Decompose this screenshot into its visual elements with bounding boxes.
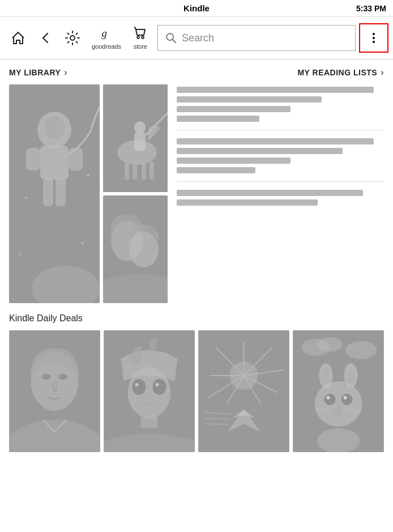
rl-line-1 — [177, 87, 374, 93]
search-placeholder: Search — [182, 32, 214, 44]
rl-line-7 — [177, 158, 291, 164]
rl-line-8 — [177, 167, 255, 173]
svg-point-5 — [137, 36, 139, 39]
svg-point-39 — [42, 374, 51, 380]
library-header[interactable]: MY LIBRARY › — [9, 67, 67, 78]
svg-rect-13 — [40, 146, 69, 180]
rl-line-3 — [177, 106, 291, 112]
rl-line-10 — [177, 199, 318, 206]
svg-point-75 — [344, 396, 347, 399]
svg-point-18 — [44, 116, 65, 139]
back-button[interactable] — [32, 27, 59, 49]
svg-point-31 — [134, 121, 146, 134]
svg-line-78 — [316, 411, 332, 412]
deal-thumb-3[interactable] — [198, 330, 289, 452]
svg-rect-28 — [142, 163, 146, 180]
search-bar[interactable]: Search — [157, 25, 356, 51]
deal-thumb-1[interactable] — [9, 330, 100, 452]
svg-rect-29 — [149, 161, 154, 180]
rl-line-4 — [177, 116, 259, 122]
svg-text:g: g — [101, 27, 107, 39]
library-books-grid — [9, 84, 168, 303]
book-cover-1[interactable] — [9, 84, 100, 303]
svg-rect-17 — [55, 178, 66, 206]
library-section — [9, 84, 168, 303]
svg-rect-14 — [26, 148, 40, 171]
svg-point-6 — [142, 36, 144, 39]
svg-point-46 — [156, 383, 159, 386]
svg-rect-27 — [133, 164, 137, 180]
svg-point-59 — [230, 361, 258, 390]
home-button[interactable] — [5, 27, 32, 49]
svg-point-45 — [135, 383, 139, 386]
svg-rect-48 — [141, 416, 158, 428]
section-headers: MY LIBRARY › MY READING LISTS › — [9, 67, 384, 78]
goodreads-button[interactable]: g goodreads — [86, 23, 127, 53]
more-button[interactable] — [359, 23, 388, 53]
book-cover-3[interactable] — [103, 195, 168, 303]
svg-point-70 — [348, 369, 354, 385]
svg-point-71 — [315, 381, 362, 427]
library-chevron: › — [64, 67, 67, 78]
svg-point-20 — [87, 174, 89, 176]
svg-point-47 — [148, 394, 151, 398]
book-cover-2[interactable] — [103, 84, 168, 192]
svg-point-19 — [25, 197, 27, 199]
settings-icon — [65, 30, 80, 46]
rl-divider-2 — [177, 181, 384, 182]
status-time: 5:33 PM — [356, 4, 386, 13]
reading-list-lines — [177, 84, 384, 206]
store-label: store — [134, 43, 147, 50]
daily-deals-label: Kindle Daily Deals — [9, 313, 384, 324]
goodreads-label: goodreads — [92, 43, 121, 50]
svg-point-22 — [82, 242, 84, 244]
svg-rect-26 — [125, 163, 129, 180]
svg-line-80 — [345, 411, 361, 412]
settings-button[interactable] — [59, 27, 86, 49]
svg-rect-15 — [69, 148, 83, 171]
search-icon — [165, 32, 177, 44]
svg-point-40 — [59, 374, 68, 380]
rl-line-6 — [177, 148, 343, 154]
svg-point-44 — [153, 379, 166, 395]
svg-point-42 — [128, 367, 171, 418]
svg-point-65 — [318, 337, 343, 352]
rl-divider-1 — [177, 130, 384, 130]
svg-point-10 — [373, 41, 375, 43]
reading-lists-header[interactable]: MY READING LISTS › — [297, 67, 384, 78]
back-icon — [37, 30, 53, 46]
svg-point-21 — [19, 253, 22, 256]
svg-point-43 — [133, 379, 146, 395]
svg-point-36 — [129, 231, 159, 267]
nav-bar: g goodreads store Search — [0, 17, 393, 59]
svg-line-62 — [204, 424, 230, 424]
svg-rect-16 — [43, 178, 53, 206]
main-content: MY LIBRARY › MY READING LISTS › — [0, 59, 393, 532]
reading-lists-header-text: MY READING LISTS — [297, 68, 377, 77]
deal-thumb-4[interactable] — [293, 330, 384, 452]
svg-rect-30 — [134, 133, 146, 151]
rl-line-5 — [177, 138, 374, 144]
store-icon — [133, 26, 148, 42]
reading-lists-chevron: › — [381, 67, 384, 78]
svg-point-66 — [345, 341, 377, 359]
home-icon — [10, 30, 26, 46]
deal-thumb-2[interactable] — [104, 330, 195, 452]
svg-point-74 — [327, 396, 330, 399]
main-books-row — [9, 84, 384, 303]
rl-line-9 — [177, 190, 363, 196]
reading-lists-section — [177, 84, 384, 303]
more-icon — [367, 31, 381, 45]
svg-point-73 — [341, 394, 353, 405]
library-header-text: MY LIBRARY — [9, 68, 61, 77]
goodreads-icon: g — [99, 26, 114, 42]
daily-deals-row — [9, 330, 384, 452]
svg-point-72 — [324, 394, 336, 405]
status-bar-right: 5:33 PM — [347, 3, 386, 14]
app-title: Kindle — [183, 3, 210, 13]
store-button[interactable]: store — [127, 23, 154, 53]
svg-point-76 — [335, 407, 342, 412]
rl-line-2 — [177, 96, 322, 103]
status-bar: Kindle 5:33 PM — [0, 0, 393, 17]
svg-point-8 — [373, 33, 375, 35]
